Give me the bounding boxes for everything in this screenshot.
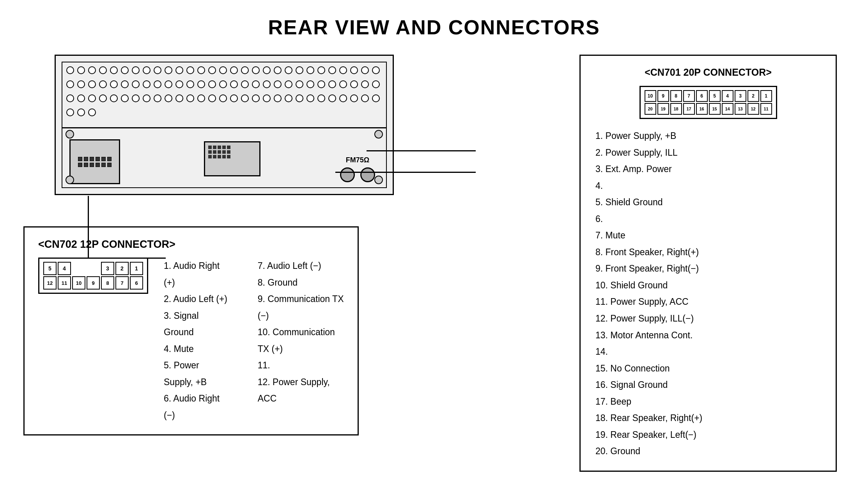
page-title: REAR VIEW AND CONNECTORS [23, 16, 845, 39]
screw-br [374, 176, 383, 184]
cn701-title: <CN701 20P CONNECTOR> [595, 67, 821, 78]
content-area: FM75Ω [23, 55, 845, 472]
unit-diagram: FM75Ω [55, 55, 394, 195]
line-to-cn701-h [367, 150, 476, 151]
cn702-pin-diagram: 5 4 3 2 1 12 11 [38, 258, 148, 294]
cn701-pin-diagram: 10 9 8 7 6 5 4 3 2 1 [595, 86, 821, 119]
circle-conn-2 [360, 167, 375, 182]
page: REAR VIEW AND CONNECTORS [0, 0, 868, 494]
cn701-box: <CN701 20P CONNECTOR> 10 9 8 7 6 5 4 [579, 55, 837, 472]
cn702-list-right: 7. Audio Left (−) 8. Ground 9. Communica… [258, 258, 344, 423]
screw-bl [66, 176, 74, 184]
right-connectors: FM75Ω [340, 156, 375, 182]
cn702-content: 5 4 3 2 1 12 11 [38, 258, 344, 423]
cn702-pin-lists: 1. Audio Right (+) 2. Audio Left (+) 3. … [164, 258, 344, 423]
right-section: <CN701 20P CONNECTOR> 10 9 8 7 6 5 4 [579, 55, 845, 472]
line-to-cn702-h [88, 258, 166, 259]
left-section: FM75Ω [23, 55, 564, 435]
circle-conn-1 [340, 167, 355, 182]
top-section-border [62, 62, 387, 128]
screw-tl [66, 130, 74, 139]
cn702-title: <CN702 12P CONNECTOR> [38, 238, 344, 251]
cn701-list: 1. Power Supply, +B 2. Power Supply, ILL… [595, 128, 821, 460]
line-to-cn701-h2 [335, 172, 476, 173]
fm-label: FM75Ω [346, 156, 369, 164]
cn702-connector-unit [69, 139, 120, 184]
screw-tr [374, 130, 383, 139]
cn702-box: <CN702 12P CONNECTOR> 5 4 3 [23, 226, 359, 435]
line-to-cn702 [88, 196, 89, 258]
cn702-list-left: 1. Audio Right (+) 2. Audio Left (+) 3. … [164, 258, 230, 423]
middle-connector [204, 141, 260, 176]
